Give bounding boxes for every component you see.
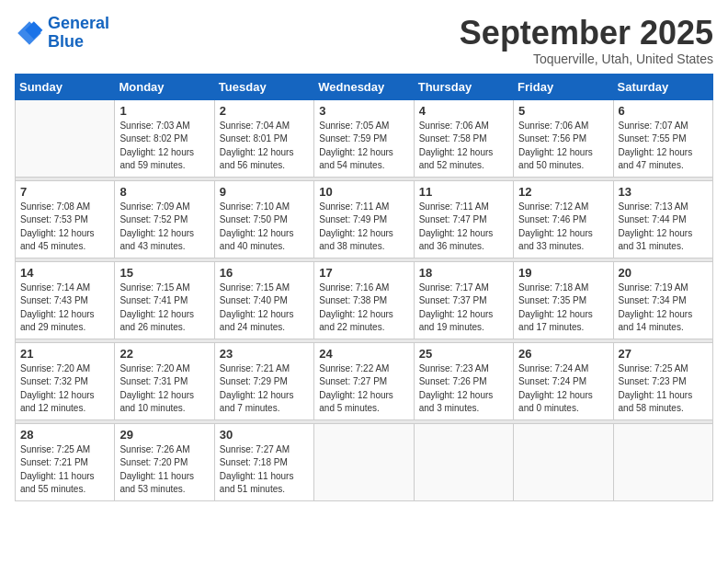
day-info: Sunrise: 7:07 AM Sunset: 7:55 PM Dayligh… (619, 120, 708, 173)
day-number: 7 (20, 185, 109, 199)
calendar-cell: 27Sunrise: 7:25 AM Sunset: 7:23 PM Dayli… (613, 342, 712, 419)
day-number: 5 (518, 104, 608, 118)
day-number: 1 (119, 104, 209, 118)
day-info: Sunrise: 7:09 AM Sunset: 7:52 PM Dayligh… (119, 201, 209, 254)
day-info: Sunrise: 7:05 AM Sunset: 7:59 PM Dayligh… (319, 120, 408, 173)
header-day-wednesday: Wednesday (314, 74, 414, 99)
calendar-cell (613, 423, 712, 500)
calendar-cell: 15Sunrise: 7:15 AM Sunset: 7:41 PM Dayli… (115, 261, 214, 339)
calendar-cell (414, 423, 513, 500)
calendar-cell: 25Sunrise: 7:23 AM Sunset: 7:26 PM Dayli… (414, 342, 513, 419)
day-number: 23 (220, 347, 309, 361)
calendar-cell: 16Sunrise: 7:15 AM Sunset: 7:40 PM Dayli… (214, 261, 313, 339)
day-info: Sunrise: 7:18 AM Sunset: 7:35 PM Dayligh… (518, 282, 608, 335)
calendar-cell: 28Sunrise: 7:25 AM Sunset: 7:21 PM Dayli… (16, 423, 115, 500)
calendar-cell (514, 423, 613, 500)
day-info: Sunrise: 7:15 AM Sunset: 7:40 PM Dayligh… (220, 282, 309, 335)
day-number: 11 (419, 185, 508, 199)
day-info: Sunrise: 7:17 AM Sunset: 7:37 PM Dayligh… (419, 282, 508, 335)
day-info: Sunrise: 7:04 AM Sunset: 8:01 PM Dayligh… (220, 120, 309, 173)
day-number: 29 (119, 428, 209, 442)
day-info: Sunrise: 7:22 AM Sunset: 7:27 PM Dayligh… (319, 362, 408, 416)
calendar-cell: 23Sunrise: 7:21 AM Sunset: 7:29 PM Dayli… (214, 342, 313, 419)
day-info: Sunrise: 7:19 AM Sunset: 7:34 PM Dayligh… (619, 282, 708, 335)
calendar-cell: 4Sunrise: 7:06 AM Sunset: 7:58 PM Daylig… (414, 99, 513, 177)
day-number: 16 (220, 266, 309, 280)
month-title: September 2025 (460, 15, 713, 52)
calendar-week-2: 7Sunrise: 7:08 AM Sunset: 7:53 PM Daylig… (16, 180, 713, 258)
calendar-week-5: 28Sunrise: 7:25 AM Sunset: 7:21 PM Dayli… (16, 423, 713, 500)
calendar-cell: 8Sunrise: 7:09 AM Sunset: 7:52 PM Daylig… (115, 180, 214, 258)
calendar-cell: 20Sunrise: 7:19 AM Sunset: 7:34 PM Dayli… (613, 261, 712, 339)
calendar-cell (314, 423, 414, 500)
calendar-cell: 14Sunrise: 7:14 AM Sunset: 7:43 PM Dayli… (16, 261, 115, 339)
calendar-cell: 18Sunrise: 7:17 AM Sunset: 7:37 PM Dayli… (414, 261, 513, 339)
title-block: September 2025 Toquerville, Utah, United… (460, 15, 713, 66)
calendar-cell: 12Sunrise: 7:12 AM Sunset: 7:46 PM Dayli… (514, 180, 613, 258)
day-info: Sunrise: 7:25 AM Sunset: 7:21 PM Dayligh… (20, 443, 109, 497)
day-number: 14 (20, 266, 109, 280)
day-number: 20 (619, 266, 708, 280)
calendar-header-row: SundayMondayTuesdayWednesdayThursdayFrid… (16, 74, 713, 99)
calendar-week-1: 1Sunrise: 7:03 AM Sunset: 8:02 PM Daylig… (16, 99, 713, 177)
header-day-friday: Friday (514, 74, 613, 99)
logo: General Blue (15, 15, 109, 52)
header-day-monday: Monday (115, 74, 214, 99)
day-info: Sunrise: 7:21 AM Sunset: 7:29 PM Dayligh… (220, 362, 309, 416)
day-number: 25 (419, 347, 508, 361)
calendar-week-4: 21Sunrise: 7:20 AM Sunset: 7:32 PM Dayli… (16, 342, 713, 419)
day-number: 28 (20, 428, 109, 442)
calendar-cell: 24Sunrise: 7:22 AM Sunset: 7:27 PM Dayli… (314, 342, 414, 419)
calendar-cell (16, 99, 115, 177)
day-number: 17 (319, 266, 408, 280)
day-number: 8 (119, 185, 209, 199)
calendar-cell: 10Sunrise: 7:11 AM Sunset: 7:49 PM Dayli… (314, 180, 414, 258)
day-info: Sunrise: 7:08 AM Sunset: 7:53 PM Dayligh… (20, 201, 109, 254)
day-number: 24 (319, 347, 408, 361)
header-day-tuesday: Tuesday (214, 74, 313, 99)
day-info: Sunrise: 7:27 AM Sunset: 7:18 PM Dayligh… (220, 443, 309, 497)
day-info: Sunrise: 7:12 AM Sunset: 7:46 PM Dayligh… (518, 201, 608, 254)
day-number: 6 (619, 104, 708, 118)
header-day-saturday: Saturday (613, 74, 712, 99)
day-info: Sunrise: 7:11 AM Sunset: 7:49 PM Dayligh… (319, 201, 408, 254)
day-number: 26 (518, 347, 608, 361)
logo-icon (15, 18, 44, 48)
day-info: Sunrise: 7:15 AM Sunset: 7:41 PM Dayligh… (119, 282, 209, 335)
day-number: 19 (518, 266, 608, 280)
day-info: Sunrise: 7:23 AM Sunset: 7:26 PM Dayligh… (419, 362, 508, 416)
calendar-cell: 2Sunrise: 7:04 AM Sunset: 8:01 PM Daylig… (214, 99, 313, 177)
day-info: Sunrise: 7:26 AM Sunset: 7:20 PM Dayligh… (119, 443, 209, 497)
calendar-cell: 6Sunrise: 7:07 AM Sunset: 7:55 PM Daylig… (613, 99, 712, 177)
calendar-cell: 29Sunrise: 7:26 AM Sunset: 7:20 PM Dayli… (115, 423, 214, 500)
calendar-cell: 19Sunrise: 7:18 AM Sunset: 7:35 PM Dayli… (514, 261, 613, 339)
calendar-table: SundayMondayTuesdayWednesdayThursdayFrid… (15, 74, 713, 501)
calendar-cell: 3Sunrise: 7:05 AM Sunset: 7:59 PM Daylig… (314, 99, 414, 177)
day-info: Sunrise: 7:24 AM Sunset: 7:24 PM Dayligh… (518, 362, 608, 416)
day-number: 10 (319, 185, 408, 199)
day-info: Sunrise: 7:11 AM Sunset: 7:47 PM Dayligh… (419, 201, 508, 254)
calendar-cell: 21Sunrise: 7:20 AM Sunset: 7:32 PM Dayli… (16, 342, 115, 419)
day-number: 12 (518, 185, 608, 199)
day-number: 22 (119, 347, 209, 361)
calendar-cell: 1Sunrise: 7:03 AM Sunset: 8:02 PM Daylig… (115, 99, 214, 177)
day-info: Sunrise: 7:25 AM Sunset: 7:23 PM Dayligh… (619, 362, 708, 416)
day-info: Sunrise: 7:20 AM Sunset: 7:32 PM Dayligh… (20, 362, 109, 416)
page-header: General Blue September 2025 Toquerville,… (15, 15, 713, 66)
calendar-body: 1Sunrise: 7:03 AM Sunset: 8:02 PM Daylig… (16, 99, 713, 500)
calendar-cell: 7Sunrise: 7:08 AM Sunset: 7:53 PM Daylig… (16, 180, 115, 258)
day-number: 15 (119, 266, 209, 280)
day-info: Sunrise: 7:10 AM Sunset: 7:50 PM Dayligh… (220, 201, 309, 254)
day-number: 3 (319, 104, 408, 118)
day-info: Sunrise: 7:06 AM Sunset: 7:56 PM Dayligh… (518, 120, 608, 173)
day-number: 30 (220, 428, 309, 442)
calendar-cell: 22Sunrise: 7:20 AM Sunset: 7:31 PM Dayli… (115, 342, 214, 419)
day-number: 9 (220, 185, 309, 199)
day-number: 4 (419, 104, 508, 118)
calendar-cell: 17Sunrise: 7:16 AM Sunset: 7:38 PM Dayli… (314, 261, 414, 339)
day-info: Sunrise: 7:20 AM Sunset: 7:31 PM Dayligh… (119, 362, 209, 416)
header-day-sunday: Sunday (16, 74, 115, 99)
calendar-cell: 5Sunrise: 7:06 AM Sunset: 7:56 PM Daylig… (514, 99, 613, 177)
day-number: 21 (20, 347, 109, 361)
day-info: Sunrise: 7:13 AM Sunset: 7:44 PM Dayligh… (619, 201, 708, 254)
